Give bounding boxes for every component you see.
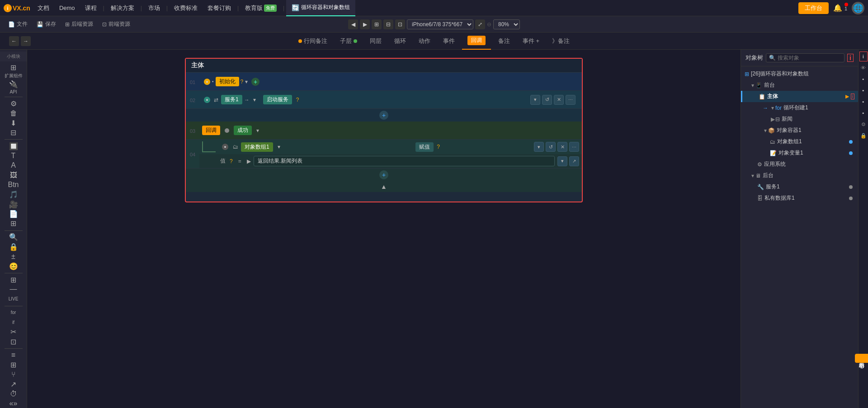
init-question[interactable]: ? [241,79,244,85]
format-button[interactable]: ⊞ [372,19,382,29]
sidebar-text[interactable]: T [2,151,25,160]
workbench-button[interactable]: 工作台 [798,2,829,14]
tab-callback[interactable]: 回调 [462,33,491,50]
plus-btn-02[interactable]: + [379,111,388,120]
tab-loop[interactable]: 循环 [389,33,411,50]
service-action-1[interactable]: ▾ [530,95,540,105]
tree-item-loop[interactable]: → ▾ for 循环创建1 [741,102,858,113]
tab-interline[interactable]: 行间备注 [293,33,333,50]
assign-action-4[interactable]: ⋯ [569,142,579,152]
service-dropdown1[interactable]: ▾ [253,97,256,103]
news-expand[interactable]: ▶ [770,116,775,122]
tree-item-database[interactable]: 🗄 私有数据库1 [741,192,858,204]
assign-label-text[interactable]: 赋值 [415,142,434,152]
sidebar-double-arrow[interactable]: «» [2,399,25,408]
value-question[interactable]: ? [230,158,233,164]
sidebar-live[interactable]: LIVE [2,295,25,303]
user-avatar[interactable]: 🌐 [852,2,864,14]
assign-question[interactable]: ? [437,144,440,150]
up-arrow-button[interactable]: ▲ [381,183,387,190]
sidebar-expand-components[interactable]: ⊞ 扩展组件 [2,63,25,79]
sidebar-trash[interactable]: 🗑 [2,109,25,117]
notification-bell[interactable]: 🔔 1 [833,4,847,12]
sidebar-text-a[interactable]: A [2,161,25,170]
side-icon-info[interactable]: i [859,52,868,61]
sidebar-table3[interactable]: ⊞ [2,361,25,369]
sidebar-minus[interactable]: — [2,285,25,294]
assign-action-1[interactable]: ▾ [534,142,544,152]
nav-back-button[interactable]: ◀ [348,19,358,29]
callback-label[interactable]: 回调 [202,126,220,135]
tree-item-frontend[interactable]: ▾ 📱 前台 [741,80,858,91]
success-label[interactable]: 成功 [234,126,252,135]
loop-expand[interactable]: ▾ [770,105,775,111]
sidebar-layers[interactable]: ⊟ [2,128,25,137]
sidebar-adjust[interactable]: ± [2,252,25,261]
nav-solutions[interactable]: 解决方案 [106,0,139,16]
tree-item-array[interactable]: 🗂 对象数组1 [741,136,858,147]
logo[interactable]: i VX.cn [4,4,30,12]
init-dropdown[interactable]: ▾ [245,79,248,85]
back-btn[interactable]: ← [9,36,19,46]
sidebar-widget1[interactable]: 🔲 [2,142,25,150]
side-icon-settings[interactable]: ⚙ [859,119,868,129]
nav-packages[interactable]: 套餐订购 [203,0,236,16]
service-action-3[interactable]: ✕ [554,95,564,105]
sidebar-share[interactable]: ↗ [2,380,25,389]
tab-sublayer[interactable]: 子层 [335,33,363,50]
side-icon-blue[interactable]: ▪ [859,85,868,95]
assign-action-3[interactable]: ✕ [557,142,567,152]
fullscreen-button[interactable]: ⤢ [475,19,485,29]
obj-array-label[interactable]: 对象数组1 [241,142,273,152]
file-menu[interactable]: 📄 文件 [5,20,30,28]
tab-note2[interactable]: 》备注 [547,33,575,50]
active-tab[interactable]: 🔄 循环容器和对象数组 [286,0,355,16]
obj-dropdown[interactable]: ▾ [278,144,280,150]
sidebar-time[interactable]: ⏱ [2,389,25,398]
split-button[interactable]: ⊟ [383,19,393,29]
tab-event[interactable]: 事件 [438,33,460,50]
tree-item-main[interactable]: 📋 主体 ▶ i [741,91,858,102]
sidebar-search[interactable]: 🔍 [2,233,25,241]
sidebar-branch[interactable]: ⑂ [2,370,25,379]
nav-course[interactable]: 课程 [80,0,101,16]
tab-animate[interactable]: 动作 [413,33,436,50]
start-service-label[interactable]: 启动服务 [263,95,292,104]
sidebar-music[interactable]: 🎵 [2,190,25,199]
nav-market[interactable]: 市场 [144,0,165,16]
frontend-resource[interactable]: ⊡ 前端资源 [99,20,133,28]
device-selector[interactable]: iPhone6/7/8 375*667 [407,19,473,29]
save-button[interactable]: 💾 保存 [34,20,59,28]
sidebar-gear[interactable]: ⚙ [2,99,25,108]
panel-close-icon[interactable]: i [847,54,854,62]
backend-resource[interactable]: ⊞ 后端资源 [62,20,96,28]
sidebar-button[interactable]: Btn [2,180,25,189]
container-expand[interactable]: ▾ [763,127,768,134]
value-action-1[interactable]: ▾ [557,156,567,166]
tree-item-news[interactable]: ▶ ⊟ 新闻 [741,113,858,125]
sidebar-scissors[interactable]: ✂ [2,328,25,336]
tree-item-service[interactable]: 🔧 服务1 [741,181,858,192]
sidebar-if[interactable]: if [2,318,25,327]
tab-event-plus[interactable]: 事件 + [517,33,545,50]
sidebar-smiley[interactable]: 😊 [2,262,25,270]
nav-docs[interactable]: 文档 [33,0,54,16]
zoom-selector[interactable]: 80% [493,19,520,29]
sidebar-grid[interactable]: ⊞ [2,275,25,284]
value-action-2[interactable]: ↗ [569,156,579,166]
nav-demo[interactable]: Demo [55,0,80,16]
nav-pricing[interactable]: 收费标准 [170,0,202,16]
sidebar-video[interactable]: 🎥 [2,200,25,208]
sidebar-doc[interactable]: 📄 [2,210,25,218]
sidebar-table2[interactable]: ⊞ [2,219,25,228]
init-plus-btn[interactable]: + [251,78,259,86]
service-action-2[interactable]: ↺ [542,95,552,105]
service-action-4[interactable]: ⋯ [566,95,576,105]
side-icon-orange[interactable]: ▪ [859,74,868,84]
side-icon-green[interactable]: ▪ [859,108,868,118]
nav-forward-button[interactable]: ▶ [360,19,370,29]
tree-item-system[interactable]: ⚙ 应用系统 [741,159,858,170]
help-center-button[interactable]: 帮助中心 [855,354,868,363]
sidebar-lock[interactable]: 🔒 [2,243,25,251]
sidebar-download[interactable]: ⬇ [2,118,25,127]
